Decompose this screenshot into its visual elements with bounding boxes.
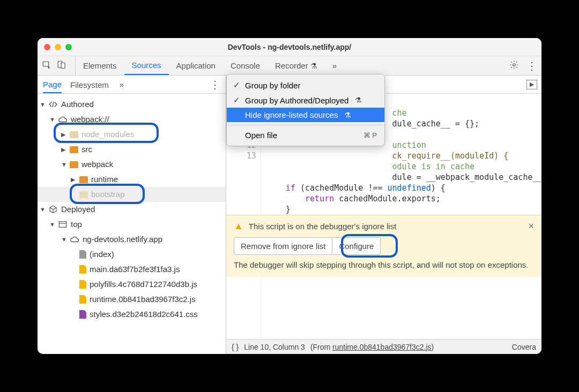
cursor-position: Line 10, Column 3: [244, 343, 305, 351]
settings-icon[interactable]: [509, 60, 519, 71]
tree-file-polyfills-js[interactable]: polyfills.4c768d7122740d3b.js: [38, 277, 226, 292]
svg-rect-0: [43, 62, 49, 66]
warning-title: This script is on the debugger's ignore …: [249, 222, 397, 231]
source-origin: (From runtime.0b841bad3967f3c2.js): [310, 343, 434, 351]
from-prefix: (From: [310, 343, 332, 351]
configure-button[interactable]: Configure: [332, 237, 381, 255]
menu-group-by-folder[interactable]: ✓ Group by folder: [227, 78, 384, 93]
more-menu-icon[interactable]: ⋮: [526, 59, 537, 72]
device-toggle-icon[interactable]: [57, 60, 66, 71]
tree-folder-webpack[interactable]: ▼ webpack: [38, 157, 226, 172]
toolbar-left-icons: [42, 56, 76, 75]
menu-separator: [227, 125, 384, 125]
disclosure-icon: ▶: [61, 142, 66, 157]
pretty-print-icon[interactable]: { }: [232, 343, 239, 351]
warning-icon: ▲: [234, 221, 243, 232]
svg-rect-4: [59, 222, 66, 228]
tree-section-deployed[interactable]: ▼ Deployed: [38, 202, 226, 217]
navigator-tabs-overflow[interactable]: »: [120, 80, 124, 89]
tab-recorder-label: Recorder: [275, 61, 308, 70]
disclosure-icon: ▼: [49, 112, 55, 127]
remove-ignore-button[interactable]: Remove from ignore list: [234, 237, 332, 255]
file-tree: ▼ Authored ▼ webpack:// ▶ node_mo: [38, 94, 226, 354]
disclosure-icon: ▼: [40, 202, 45, 217]
flask-icon: ⚗: [344, 111, 351, 119]
titlebar: DevTools - ng-devtools.netlify.app/: [38, 38, 541, 56]
tree-label: polyfills.4c768d7122740d3b.js: [90, 277, 197, 292]
disclosure-icon: ▼: [61, 232, 66, 247]
warning-header: ▲ This script is on the debugger's ignor…: [234, 221, 534, 232]
tree-label: (index): [90, 247, 114, 262]
tree-label: webpack://: [71, 112, 109, 127]
tab-elements[interactable]: Elements: [76, 56, 124, 75]
tree-label: styles.d3e2b24618d2c641.css: [90, 307, 198, 322]
folder-icon: [70, 161, 78, 168]
tab-application[interactable]: Application: [169, 56, 223, 75]
tree-folder-runtime[interactable]: ▶ runtime: [38, 172, 226, 187]
window-title: DevTools - ng-devtools.netlify.app/: [38, 43, 541, 51]
disclosure-icon: ▶: [61, 127, 66, 142]
close-warning-button[interactable]: ×: [528, 221, 534, 232]
devtools-window: DevTools - ng-devtools.netlify.app/ Elem…: [38, 38, 541, 354]
tree-file-styles-css[interactable]: styles.d3e2b24618d2c641.css: [38, 307, 226, 322]
menu-label: Open file: [245, 131, 277, 140]
tree-folder-src[interactable]: ▶ src: [38, 142, 226, 157]
warning-description: The debugger will skip stepping through …: [234, 259, 534, 270]
nav-forward-button[interactable]: ▶: [526, 80, 537, 89]
navigator-tabs: Page Filesystem » ⋮: [38, 76, 226, 94]
code-icon: [48, 101, 58, 108]
menu-hide-ignore-listed[interactable]: Hide ignore-listed sources ⚗: [227, 108, 384, 122]
menu-label: Hide ignore-listed sources: [245, 110, 338, 119]
navigator-tab-filesystem[interactable]: Filesystem: [70, 76, 109, 93]
tab-sources[interactable]: Sources: [124, 56, 169, 75]
tree-label: Deployed: [61, 202, 95, 217]
check-icon: ✓: [232, 95, 241, 105]
tab-console[interactable]: Console: [223, 56, 268, 75]
menu-open-file[interactable]: Open file ⌘ P: [227, 128, 384, 142]
tree-domain-netlify[interactable]: ▼ ng-devtools.netlify.app: [38, 232, 226, 247]
file-icon: [79, 265, 86, 274]
svg-rect-2: [61, 63, 65, 69]
tree-label: top: [71, 217, 82, 232]
folder-icon: [70, 131, 78, 138]
devtools-tabs: Elements Sources Application Console Rec…: [76, 56, 344, 75]
flask-icon: ⚗: [355, 96, 362, 104]
menu-group-by-authored[interactable]: ✓ Group by Authored/Deployed ⚗: [227, 93, 384, 108]
tab-recorder[interactable]: Recorder ⚗: [268, 56, 325, 75]
tree-file-runtime-js[interactable]: runtime.0b841bad3967f3c2.js: [38, 292, 226, 307]
tree-domain-webpack[interactable]: ▼ webpack://: [38, 112, 226, 127]
folder-icon: [79, 176, 88, 183]
cloud-icon: [70, 236, 79, 243]
navigator-tab-page[interactable]: Page: [43, 76, 62, 93]
tree-folder-node-modules[interactable]: ▶ node_modules: [38, 127, 226, 142]
disclosure-icon: ▼: [61, 157, 66, 172]
tree-file-index[interactable]: (index): [38, 247, 226, 262]
menu-label: Group by folder: [245, 81, 300, 90]
tabs-overflow[interactable]: »: [325, 56, 344, 75]
cube-icon: [48, 206, 58, 213]
tree-file-main-js[interactable]: main.da63f7b2fe3f1fa3.js: [38, 262, 226, 277]
disclosure-icon: ▶: [71, 172, 76, 187]
inspect-icon[interactable]: [42, 60, 51, 71]
tree-file-bootstrap[interactable]: bootstrap: [38, 187, 226, 202]
navigator-more-menu[interactable]: ⋮: [210, 78, 220, 91]
menu-label: Group by Authored/Deployed: [245, 96, 348, 105]
file-icon: [79, 250, 86, 259]
flask-icon: ⚗: [310, 62, 317, 70]
coverage-label[interactable]: Covera: [512, 343, 536, 351]
status-bar: { } Line 10, Column 3 (From runtime.0b84…: [226, 339, 541, 354]
panel-tabs-toolbar: Elements Sources Application Console Rec…: [38, 56, 541, 76]
cloud-icon: [58, 116, 68, 123]
from-suffix: ): [432, 343, 434, 351]
source-link[interactable]: runtime.0b841bad3967f3c2.js: [332, 343, 431, 351]
window-icon: [58, 221, 68, 228]
tree-label: bootstrap: [91, 187, 125, 202]
tree-label: runtime.0b841bad3967f3c2.js: [90, 292, 196, 307]
tree-frame-top[interactable]: ▼ top: [38, 217, 226, 232]
tree-label: node_modules: [81, 127, 134, 142]
tree-section-authored[interactable]: ▼ Authored: [38, 97, 226, 112]
tree-label: ng-devtools.netlify.app: [83, 232, 162, 247]
tree-label: webpack: [81, 157, 113, 172]
warning-buttons: Remove from ignore list Configure: [234, 237, 534, 255]
disclosure-icon: ▼: [49, 217, 55, 232]
